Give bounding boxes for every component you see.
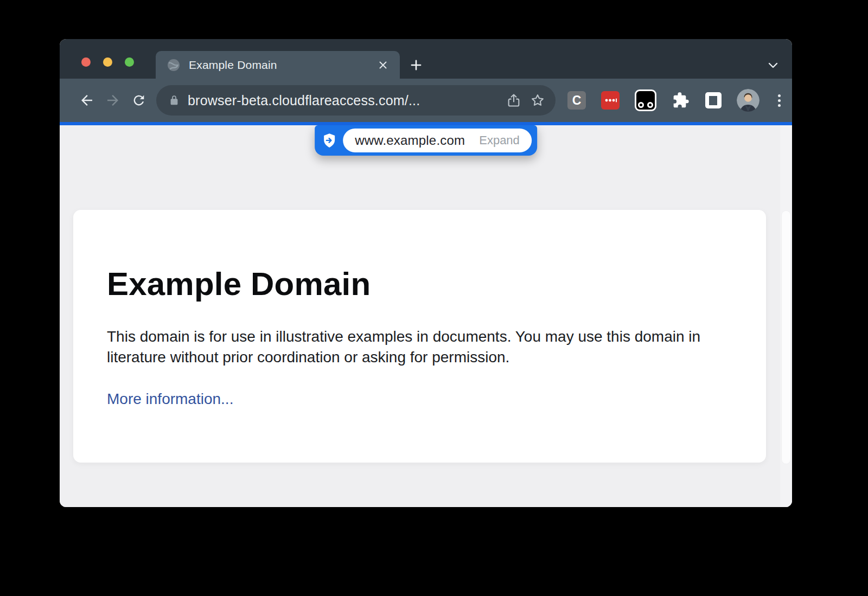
bookmark-button[interactable] <box>528 91 547 110</box>
minimize-window-button[interactable] <box>103 57 112 67</box>
side-panel-button[interactable] <box>705 92 722 108</box>
address-bar[interactable]: browser-beta.cloudflareaccess.com/... <box>156 85 556 116</box>
puzzle-piece-icon <box>672 92 690 109</box>
isolation-host-pill[interactable]: www.example.com Expand <box>343 129 532 152</box>
chevron-down-icon <box>767 60 780 71</box>
fullscreen-window-button[interactable] <box>125 57 134 67</box>
back-button[interactable] <box>74 87 100 113</box>
binoculars-extension-button[interactable] <box>635 89 656 111</box>
side-panel-icon <box>709 96 717 105</box>
more-information-link[interactable]: More information... <box>107 390 233 407</box>
left-circle-icon <box>638 102 644 108</box>
share-button[interactable] <box>505 91 523 110</box>
url-text: browser-beta.cloudflareaccess.com/... <box>188 93 499 108</box>
page-heading: Example Domain <box>107 265 728 303</box>
extension-bar: C <box>567 89 784 112</box>
page-viewport: www.example.com Expand Example Domain Th… <box>60 125 792 507</box>
browser-menu-button[interactable] <box>774 91 784 110</box>
clickup-label: C <box>572 93 582 108</box>
page-paragraph: This domain is for use in illustrative e… <box>107 326 728 368</box>
reload-icon <box>131 93 146 108</box>
back-arrow-icon <box>79 92 95 108</box>
profile-avatar[interactable] <box>737 89 760 112</box>
content-card: Example Domain This domain is for use in… <box>73 210 766 463</box>
scrollbar-thumb[interactable] <box>782 211 790 464</box>
scrollbar-track[interactable] <box>780 125 792 507</box>
lastpass-extension-button[interactable] <box>601 91 620 110</box>
globe-favicon-icon <box>167 58 181 72</box>
close-tab-icon[interactable] <box>375 57 391 73</box>
kebab-dot <box>778 94 781 97</box>
avatar-photo <box>737 89 760 112</box>
tab-search-chevron-button[interactable] <box>766 60 780 72</box>
new-tab-button[interactable] <box>408 57 424 73</box>
lastpass-dots-icon <box>603 94 617 107</box>
forward-arrow-icon <box>105 92 121 108</box>
right-circle-icon <box>647 102 653 108</box>
kebab-dot <box>778 99 781 102</box>
isolation-host-banner: www.example.com Expand <box>315 125 537 156</box>
tab-strip: Example Domain <box>60 39 792 79</box>
plus-icon <box>409 58 423 72</box>
window-controls <box>81 57 134 67</box>
forward-button[interactable] <box>100 87 126 113</box>
clickup-extension-button[interactable]: C <box>567 91 586 110</box>
browser-window: Example Domain <box>60 39 792 507</box>
share-icon <box>506 93 521 108</box>
kebab-dot <box>778 104 781 107</box>
extensions-menu-button[interactable] <box>672 91 690 110</box>
star-icon <box>530 93 545 108</box>
isolation-hostname: www.example.com <box>355 133 465 148</box>
expand-button[interactable]: Expand <box>479 133 520 148</box>
browser-toolbar: browser-beta.cloudflareaccess.com/... C <box>60 79 792 122</box>
lock-icon <box>168 94 180 106</box>
reload-button[interactable] <box>126 87 152 113</box>
close-window-button[interactable] <box>81 57 91 67</box>
shield-arrow-icon <box>321 132 337 149</box>
tab-title: Example Domain <box>189 59 375 72</box>
browser-tab[interactable]: Example Domain <box>156 51 400 79</box>
